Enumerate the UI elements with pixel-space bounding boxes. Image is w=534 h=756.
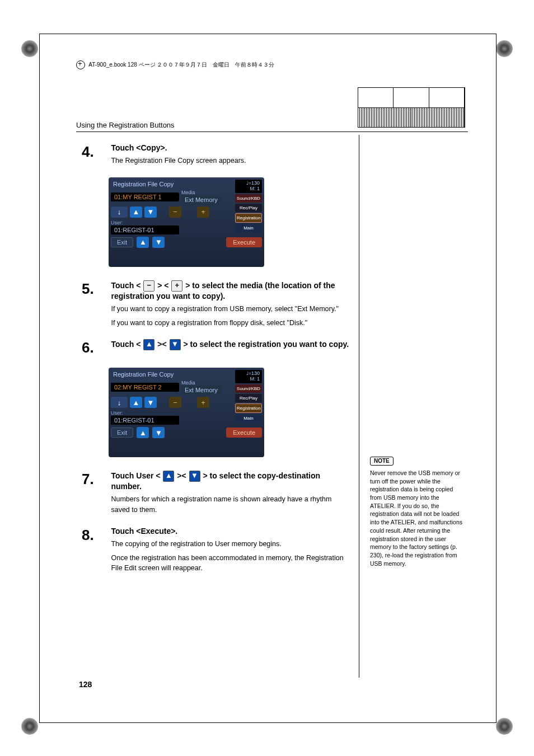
copy-down-button[interactable]: ↓ [111,397,128,408]
down-arrow-icon: ▼ [189,471,200,482]
user-up-button[interactable]: ▲ [137,427,149,438]
header-meta-text: AT-900_e.book 128 ページ ２００７年９月７日 金曜日 午前８時… [88,62,274,68]
step-text: The Registration File Copy screen appear… [111,156,352,166]
step-4: 4. Touch <Copy>. The Registration File C… [82,143,468,166]
crop-swirl-icon [21,718,38,735]
crop-swirl-icon [496,40,513,57]
registration-name: 01:MY REGIST 1 [111,192,179,201]
step-text: If you want to copy a registration from … [111,304,352,314]
note-text: Never remove the USB memory or turn off … [370,469,465,567]
step-heading: Touch < − > < + > to select the media (t… [111,280,352,300]
reg-up-button[interactable]: ▲ [130,397,142,408]
media-value: Ext Memory [181,195,221,204]
reg-down-button[interactable]: ▼ [144,206,157,218]
tab-rec-play[interactable]: Rec/Play [235,394,262,402]
down-arrow-icon: ▼ [170,339,181,350]
step-5: 5. Touch < − > < + > to select the media… [82,280,468,328]
media-value: Ext Memory [181,386,221,395]
crop-swirl-icon [496,718,513,735]
step-number: 6. [82,339,109,356]
target-icon [76,60,85,69]
step-heading: Touch <Execute>. [111,527,352,536]
tab-registration[interactable]: Registration [235,213,262,223]
up-arrow-icon: ▲ [143,339,154,350]
plus-button[interactable]: + [197,206,209,218]
copy-down-button[interactable]: ↓ [111,206,128,218]
tab-rec-play[interactable]: Rec/Play [235,204,262,212]
exit-button[interactable]: Exit [111,237,133,247]
tempo-display: ♩=130 M: 1 [235,180,262,193]
tempo-display: ♩=130 M: 1 [235,370,262,383]
tab-sound[interactable]: Sound/KBD [235,194,262,203]
reg-up-button[interactable]: ▲ [130,206,142,218]
reg-down-button[interactable]: ▼ [144,397,157,408]
crop-swirl-icon [21,40,38,57]
media-label: Media [181,380,221,386]
user-down-button[interactable]: ▼ [152,237,165,248]
step-heading: Touch User < ▲ >< ▼ > to select the copy… [111,471,352,491]
user-down-button[interactable]: ▼ [152,427,165,438]
device-screenshot-2: ♩=130 M: 1 Sound/KBD Rec/Play Registrati… [109,368,264,457]
step-heading: Touch < ▲ >< ▼ > to select the registrat… [111,339,352,350]
section-title: Using the Registration Buttons [76,121,468,132]
step-text: The copying of the registration to User … [111,539,352,550]
execute-button[interactable]: Execute [226,428,262,438]
tab-main[interactable]: Main [235,224,262,232]
user-up-button[interactable]: ▲ [137,237,149,248]
tab-registration[interactable]: Registration [235,403,262,413]
tab-sound[interactable]: Sound/KBD [235,384,262,393]
step-heading: Touch <Copy>. [111,143,352,152]
step-number: 4. [82,143,109,161]
step-text: Once the registration has been accommoda… [111,553,352,574]
step-number: 7. [82,471,109,488]
exit-button[interactable]: Exit [111,428,133,438]
media-label: Media [181,190,221,195]
minus-button[interactable]: − [169,206,181,218]
user-value: 01:REGIST-01 [111,416,179,425]
registration-name: 02:MY REGIST 2 [111,383,179,392]
step-number: 5. [82,280,109,298]
step-text: If you want to copy a registration from … [111,318,352,328]
page-frame: AT-900_e.book 128 ページ ２００７年９月７日 金曜日 午前８時… [39,34,496,723]
page-number: 128 [79,680,92,689]
step-text: Numbers for which a registration name is… [111,494,352,515]
minus-button[interactable]: − [169,397,181,408]
plus-icon: + [171,280,182,292]
step-number: 8. [82,527,109,544]
execute-button[interactable]: Execute [226,237,262,247]
note-badge: NOTE [370,457,394,466]
step-6: 6. Touch < ▲ >< ▼ > to select the regist… [82,339,468,356]
plus-button[interactable]: + [197,397,209,408]
note-sidebar: NOTE Never remove the USB memory or turn… [370,457,465,567]
device-screenshot-1: ♩=130 M: 1 Sound/KBD Rec/Play Registrati… [109,177,264,267]
minus-icon: − [143,280,154,292]
up-arrow-icon: ▲ [163,471,174,482]
header-meta: AT-900_e.book 128 ページ ２００７年９月７日 金曜日 午前８時… [76,60,274,69]
user-value: 01:REGIST-01 [111,226,179,234]
tab-main[interactable]: Main [235,414,262,422]
